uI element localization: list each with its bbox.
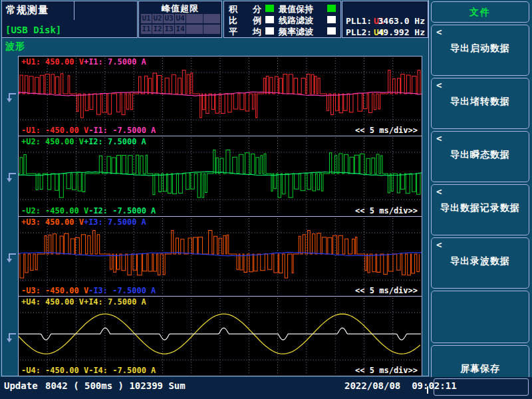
zero-level-marker-4 — [5, 332, 17, 343]
scale-top-voltage: +U4: 450.00 V — [21, 297, 84, 307]
channel-scale-top: +U3: 450.00 V+I3: 7.5000 A — [21, 217, 146, 227]
scale-bottom-voltage: -U1: -450.00 V — [21, 126, 88, 135]
waveform-trace-1 — [19, 57, 422, 136]
peak-cell-empty — [186, 14, 203, 23]
time-per-div-label: << 5 ms/div>> — [355, 126, 418, 135]
peak-cell-u3: U3 — [164, 14, 174, 23]
measure-char-2: 分 — [253, 3, 261, 15]
scale-bottom-voltage: -U3: -450.00 V — [21, 286, 88, 295]
pll-box: PLL1:U13463.0 HzPLL2:U449.992 Hz — [342, 1, 428, 38]
peak-over-limit-box: 峰值超限 U1U2U3U4I1I2I3I4 — [138, 1, 222, 38]
waveform-panel: +U1: 450.00 V+I1: 7.5000 A-U1: -450.00 V… — [18, 56, 422, 376]
scale-top-voltage: +U1: 450.00 V — [21, 57, 84, 66]
sidebar-button-3[interactable]: <导出瞬态数据 — [431, 131, 529, 182]
peak-cell-u4: U4 — [175, 14, 186, 23]
sidebar-button-2[interactable]: <导出堵转数据 — [431, 78, 529, 129]
scale-bottom-current: -I4: -7.5000 A — [88, 366, 156, 375]
status-bar: Update 8042 ( 500ms ) 102399 Sum 2022/08… — [0, 377, 532, 399]
peak-row-2: I1I2I3I4 — [141, 25, 220, 34]
channel-scale-top: +U2: 450.00 V+I2: 7.5000 A — [21, 137, 146, 146]
scale-top-current: +I1: 7.5000 A — [84, 57, 146, 66]
scale-bottom-current: -I3: -7.5000 A — [88, 286, 156, 295]
filter-checkbox-3 — [327, 27, 336, 35]
sidebar-button-4[interactable]: <导出数据记录数据 — [431, 184, 529, 235]
pll-value: 3463.0 Hz — [378, 16, 425, 26]
sidebar-button-empty[interactable] — [431, 291, 529, 343]
peak-cell-i3: I3 — [164, 25, 174, 34]
measure-char-2: 例 — [253, 15, 261, 27]
zero-level-marker-2 — [5, 172, 17, 183]
waveform-channel-3: +U3: 450.00 V+I3: 7.5000 A-U3: -450.00 V… — [19, 217, 422, 297]
back-arrow-icon: < — [436, 186, 442, 197]
peak-cell-i2: I2 — [152, 25, 163, 34]
back-arrow-icon: < — [436, 27, 442, 37]
scale-bottom-current: -I2: -7.5000 A — [88, 206, 156, 215]
scale-top-voltage: +U2: 450.00 V — [21, 137, 84, 146]
scale-top-current: +I2: 7.5000 A — [84, 137, 146, 146]
measure-char-1: 比 — [229, 15, 237, 27]
channel-scale-top: +U4: 450.00 V+I4: 7.5000 A — [21, 297, 146, 307]
pll-value: 49.992 Hz — [378, 27, 425, 37]
pll-label: PLL2: — [346, 27, 372, 37]
channel-scale-bottom: -U2: -450.00 V-I2: -7.5000 A — [21, 206, 156, 215]
measure-char-1: 平 — [229, 26, 237, 38]
measure-row-2: 比例线路滤波 — [224, 15, 340, 26]
measure-row-1: 积分最值保持 — [224, 3, 340, 15]
zero-level-marker-3 — [5, 253, 17, 263]
channel-scale-bottom: -U4: -450.00 V-I4: -7.5000 A — [21, 366, 156, 375]
sidebar-button-label: 导出数据记录数据 — [432, 202, 529, 214]
sidebar-button-label: 导出瞬态数据 — [432, 149, 529, 161]
status-bar-empty-box — [434, 378, 529, 396]
mode-title: 常规测量 — [6, 4, 49, 17]
update-counters: 8042 ( 500ms ) 102399 Sum — [45, 380, 186, 391]
measure-row-3: 平均频率滤波 — [224, 26, 340, 37]
pll-label: PLL1: — [346, 16, 372, 26]
scale-top-current: +I4: 7.5000 A — [84, 297, 146, 307]
analyzer-screen: 常规测量 [USB Disk] 峰值超限 U1U2U3U4I1I2I3I4 积分… — [0, 0, 532, 399]
back-arrow-icon: < — [436, 133, 442, 144]
scale-bottom-current: -I1: -7.5000 A — [88, 126, 156, 135]
waveform-channel-1: +U1: 450.00 V+I1: 7.5000 A-U1: -450.00 V… — [19, 57, 422, 136]
peak-cell-u2: U2 — [152, 14, 163, 23]
waveform-channel-4: +U4: 450.00 V+I4: 7.5000 A-U4: -450.00 V… — [19, 297, 422, 376]
sidebar-menu-title-label: 文件 — [432, 2, 529, 22]
scale-top-current: +I3: 7.5000 A — [84, 217, 146, 227]
pll-row-2: PLL2:U449.992 Hz — [342, 27, 428, 38]
sidebar-button-5[interactable]: <导出录波数据 — [431, 237, 529, 289]
time-per-div-label: << 5 ms/div>> — [355, 286, 418, 295]
peak-cell-empty — [186, 25, 203, 34]
measure-checkbox-3 — [265, 27, 274, 35]
scale-bottom-voltage: -U2: -450.00 V — [21, 206, 88, 215]
peak-cell-empty — [203, 14, 220, 23]
channel-scale-bottom: -U3: -450.00 V-I3: -7.5000 A — [21, 286, 156, 295]
waveform-trace-4 — [19, 297, 422, 376]
mode-box: 常规测量 [USB Disk] — [1, 1, 138, 38]
back-arrow-icon: < — [436, 239, 442, 250]
channel-scale-bottom: -U1: -450.00 V-I1: -7.5000 A — [21, 126, 156, 135]
waveform-channel-2: +U2: 450.00 V+I2: 7.5000 A-U2: -450.00 V… — [19, 136, 422, 216]
measure-char-1: 积 — [229, 3, 237, 15]
peak-row-1: U1U2U3U4 — [141, 14, 220, 23]
filter-checkbox-1 — [327, 5, 336, 12]
sidebar-button-1[interactable]: <导出启动数据 — [431, 25, 529, 76]
peak-cell-i1: I1 — [141, 25, 152, 34]
waveform-trace-2 — [19, 136, 422, 215]
peak-cell-i4: I4 — [175, 25, 186, 34]
cursor-artifact — [427, 386, 428, 394]
filter-label-3: 频率滤波 — [279, 26, 313, 38]
measure-settings-box: 积分最值保持比例线路滤波平均频率滤波 — [223, 1, 341, 38]
scale-top-voltage: +U3: 450.00 V — [21, 217, 84, 227]
usb-status: [USB Disk] — [5, 25, 61, 35]
peak-cell-empty — [203, 25, 220, 34]
sidebar-menu-title[interactable]: 文件 — [431, 1, 529, 23]
time-per-div-label: << 5 ms/div>> — [355, 206, 418, 215]
measure-char-2: 均 — [253, 26, 261, 38]
filter-checkbox-2 — [327, 16, 336, 23]
peak-cell-u1: U1 — [141, 14, 152, 23]
back-arrow-icon: < — [436, 80, 442, 90]
peak-over-limit-title: 峰值超限 — [139, 3, 221, 15]
channel-scale-top: +U1: 450.00 V+I1: 7.5000 A — [21, 57, 146, 66]
sidebar-button-label: 导出录波数据 — [432, 255, 529, 267]
zero-level-marker-1 — [5, 92, 17, 103]
sidebar-button-label: 屏幕保存 — [432, 363, 529, 375]
